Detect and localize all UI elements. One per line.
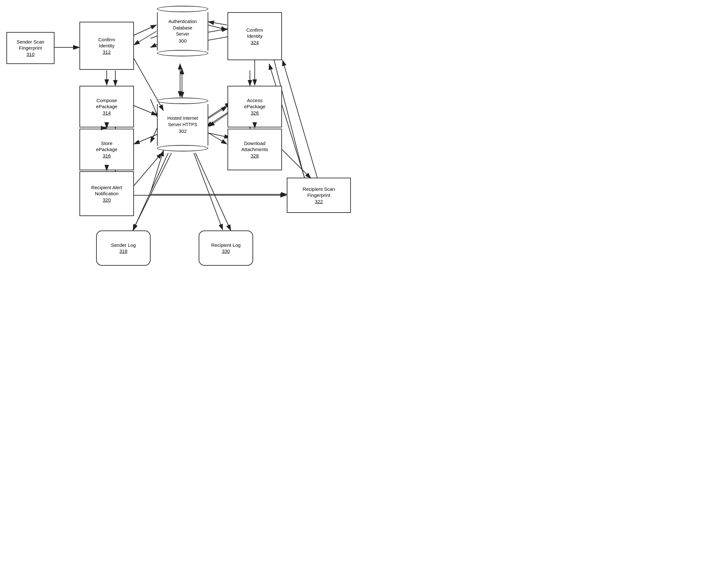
- hosted-server-node: Hosted InternetServer HTTPS 302: [157, 98, 208, 151]
- recipient-scan-ref: 322: [315, 198, 323, 205]
- hosted-server-ref: 302: [179, 128, 186, 134]
- svg-line-13: [207, 103, 231, 118]
- svg-line-21: [133, 153, 168, 230]
- svg-line-35: [134, 106, 157, 115]
- access-epackage-label: AccessePackage: [244, 97, 266, 110]
- svg-line-38: [134, 31, 156, 45]
- recipient-alert-ref: 320: [103, 197, 110, 203]
- download-attachments-node: DownloadAttachments 328: [228, 129, 282, 170]
- confirm-identity-324-ref: 324: [251, 39, 259, 46]
- store-epackage-node: StoreePackage 316: [79, 129, 134, 170]
- confirm-identity-324-node: ConfirmIdentity 324: [228, 12, 282, 60]
- auth-db-node: AuthenticationDatabaseServer 300: [157, 6, 208, 56]
- sender-log-ref: 318: [119, 248, 127, 254]
- svg-line-14: [207, 110, 231, 127]
- svg-line-37: [134, 25, 156, 35]
- svg-line-40: [208, 22, 227, 25]
- confirm-identity-312-label: ConfirmIdentity: [98, 36, 115, 49]
- svg-line-50: [194, 153, 223, 230]
- svg-line-36: [134, 134, 157, 144]
- svg-line-22: [196, 153, 231, 230]
- recipient-scan-label: Recipient ScanFingerprint: [303, 186, 335, 198]
- diagram-container: Sender Scan Fingerprint 310 ConfirmIdent…: [0, 0, 364, 290]
- hosted-server-label: Hosted InternetServer HTTPS: [167, 115, 198, 128]
- confirm-identity-312-ref: 312: [103, 49, 110, 55]
- svg-line-43: [209, 114, 228, 127]
- confirm-identity-312-node: ConfirmIdentity 312: [79, 22, 134, 70]
- recipient-alert-node: Recipient AlertNotification 320: [79, 171, 134, 216]
- sender-scan-label: Sender Scan Fingerprint: [17, 39, 45, 51]
- svg-line-18: [151, 150, 163, 192]
- compose-epackage-node: ComposeePackage 314: [79, 86, 134, 128]
- sender-log-node: Sender Log 318: [96, 230, 151, 266]
- svg-line-42: [208, 107, 227, 118]
- recipient-scan-node: Recipient ScanFingerprint 322: [287, 178, 351, 213]
- svg-line-15: [208, 133, 230, 138]
- svg-line-39: [208, 25, 227, 30]
- access-epackage-node: AccessePackage 326: [228, 86, 282, 128]
- confirm-identity-324-label: ConfirmIdentity: [246, 27, 263, 39]
- auth-db-label: AuthenticationDatabaseServer: [168, 19, 197, 37]
- store-epackage-ref: 316: [103, 153, 110, 159]
- svg-line-51: [282, 149, 311, 178]
- compose-epackage-ref: 314: [103, 110, 110, 116]
- svg-line-45: [208, 133, 227, 144]
- download-attachments-label: DownloadAttachments: [241, 140, 268, 153]
- sender-scan-node: Sender Scan Fingerprint 310: [6, 32, 54, 64]
- auth-db-ref: 300: [179, 37, 186, 44]
- svg-line-49: [133, 153, 172, 230]
- sender-scan-ref: 310: [26, 51, 34, 58]
- download-attachments-ref: 328: [251, 153, 259, 159]
- access-epackage-ref: 326: [251, 110, 259, 116]
- store-epackage-label: StoreePackage: [96, 140, 118, 153]
- recipient-log-node: Recipient Log 330: [199, 230, 253, 266]
- sender-log-label: Sender Log: [111, 242, 136, 248]
- recipient-alert-label: Recipient AlertNotification: [91, 184, 122, 197]
- recipient-log-ref: 330: [222, 248, 230, 254]
- recipient-log-label: Recipient Log: [211, 242, 241, 248]
- svg-line-46: [134, 153, 162, 186]
- svg-line-48: [283, 60, 317, 178]
- compose-epackage-label: ComposeePackage: [96, 97, 118, 110]
